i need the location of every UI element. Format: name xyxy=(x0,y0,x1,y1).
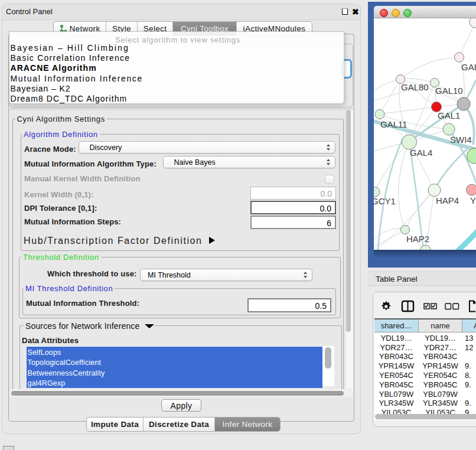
svg-text:GCY1: GCY1 xyxy=(374,196,396,206)
svg-text:Y: Y xyxy=(470,195,476,206)
svg-text:SWI4: SWI4 xyxy=(450,135,472,145)
svg-text:GAL11: GAL11 xyxy=(380,119,407,129)
svg-text:GAL10: GAL10 xyxy=(435,86,463,96)
svg-text:HAP2: HAP2 xyxy=(406,234,429,244)
svg-text:GAL1: GAL1 xyxy=(438,110,460,120)
svg-text:GAL4: GAL4 xyxy=(410,148,432,158)
svg-text:GAL: GAL xyxy=(461,62,476,72)
svg-text:HAP4: HAP4 xyxy=(436,195,459,206)
svg-text:GAL80: GAL80 xyxy=(401,82,429,92)
